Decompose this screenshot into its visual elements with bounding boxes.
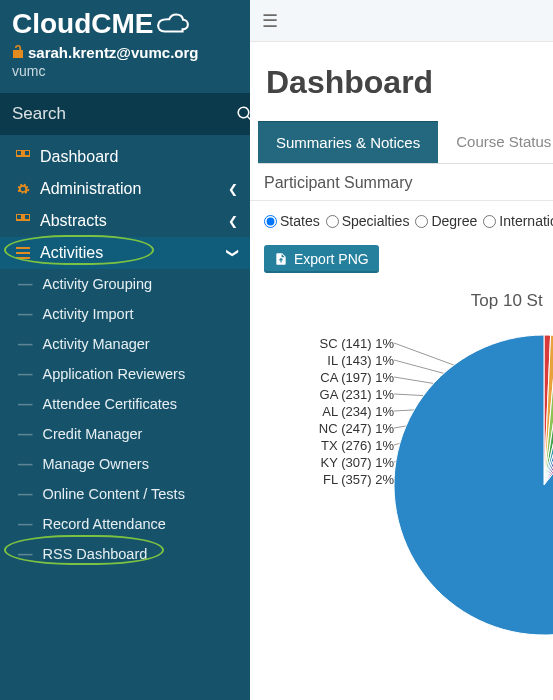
unlock-icon bbox=[12, 44, 24, 61]
sub-label: Record Attendance bbox=[43, 516, 166, 532]
label-nc: NC (247) 1% bbox=[274, 420, 394, 437]
nav-label: Administration bbox=[40, 180, 141, 198]
nav-item-activities[interactable]: Activities ❯ bbox=[0, 237, 250, 269]
search-row bbox=[0, 93, 250, 135]
sub-label: Attendee Certificates bbox=[43, 396, 178, 412]
sub-activity-import[interactable]: —Activity Import bbox=[0, 299, 250, 329]
export-label: Export PNG bbox=[294, 251, 369, 267]
chart-title: Top 10 St bbox=[434, 291, 553, 311]
topbar: ☰ bbox=[250, 0, 553, 42]
hamburger-icon[interactable]: ☰ bbox=[262, 10, 278, 32]
sub-label: Activity Manager bbox=[43, 336, 150, 352]
chart: Top 10 St SC (141) 1% IL (143) 1% CA (19… bbox=[264, 291, 553, 671]
label-sc: SC (141) 1% bbox=[314, 335, 394, 352]
label-tx: TX (276) 1% bbox=[269, 437, 394, 454]
export-png-button[interactable]: Export PNG bbox=[264, 245, 379, 273]
sub-record-attendance[interactable]: —Record Attendance bbox=[0, 509, 250, 539]
label-al: AL (234) 1% bbox=[280, 403, 394, 420]
search-input[interactable] bbox=[0, 94, 236, 134]
sub-activity-grouping[interactable]: —Activity Grouping bbox=[0, 269, 250, 299]
svg-rect-4 bbox=[16, 247, 30, 249]
sub-manage-owners[interactable]: —Manage Owners bbox=[0, 449, 250, 479]
nav-label: Abstracts bbox=[40, 212, 107, 230]
user-line[interactable]: sarah.krentz@vumc.org bbox=[0, 44, 250, 63]
tab-course-status[interactable]: Course Status bbox=[438, 121, 553, 163]
page-title: Dashboard bbox=[250, 42, 553, 121]
svg-rect-3 bbox=[24, 214, 30, 220]
brand-logo: CloudCME bbox=[0, 0, 250, 44]
svg-rect-6 bbox=[16, 257, 30, 259]
filter-radios: States Specialties Degree Internation bbox=[250, 201, 553, 241]
chevron-left-icon: ❮ bbox=[228, 214, 238, 228]
radio-international[interactable]: Internation bbox=[483, 213, 553, 229]
chevron-left-icon: ❮ bbox=[228, 182, 238, 196]
grid-icon bbox=[12, 214, 34, 228]
nav-label: Dashboard bbox=[40, 148, 118, 166]
nav-activities-submenu: —Activity Grouping —Activity Import —Act… bbox=[0, 269, 250, 569]
nav-item-administration[interactable]: Administration ❮ bbox=[0, 173, 250, 205]
chart-labels: SC (141) 1% IL (143) 1% CA (197) 1% GA (… bbox=[264, 335, 394, 488]
sub-activity-manager[interactable]: —Activity Manager bbox=[0, 329, 250, 359]
radio-specialties[interactable]: Specialties bbox=[326, 213, 410, 229]
user-org: vumc bbox=[0, 63, 250, 93]
sub-credit-manager[interactable]: —Credit Manager bbox=[0, 419, 250, 449]
tabs: Summaries & Notices Course Status bbox=[258, 121, 553, 164]
svg-rect-0 bbox=[16, 150, 22, 156]
sub-label: Online Content / Tests bbox=[43, 486, 185, 502]
sub-label: Credit Manager bbox=[43, 426, 143, 442]
nav-item-dashboard[interactable]: Dashboard bbox=[0, 141, 250, 173]
panel-title: Participant Summary bbox=[250, 164, 553, 201]
sub-label: Application Reviewers bbox=[43, 366, 186, 382]
label-ky: KY (307) 1% bbox=[265, 454, 394, 471]
sidebar: CloudCME sarah.krentz@vumc.org vumc Da bbox=[0, 0, 250, 700]
sub-label: Activity Grouping bbox=[43, 276, 153, 292]
user-email: sarah.krentz@vumc.org bbox=[28, 44, 199, 61]
grid-icon bbox=[12, 150, 34, 164]
label-fl: FL (357) 2% bbox=[262, 471, 394, 488]
sub-label: Manage Owners bbox=[43, 456, 149, 472]
radio-states[interactable]: States bbox=[264, 213, 320, 229]
sub-online-content-tests[interactable]: —Online Content / Tests bbox=[0, 479, 250, 509]
svg-rect-1 bbox=[24, 150, 30, 156]
sub-rss-dashboard[interactable]: —RSS Dashboard bbox=[0, 539, 250, 569]
export-icon bbox=[274, 252, 288, 266]
sub-label: RSS Dashboard bbox=[43, 546, 148, 562]
label-ca: CA (197) 1% bbox=[296, 369, 394, 386]
radio-degree[interactable]: Degree bbox=[415, 213, 477, 229]
chevron-down-icon: ❯ bbox=[226, 248, 240, 258]
sub-label: Activity Import bbox=[43, 306, 134, 322]
svg-rect-5 bbox=[16, 252, 30, 254]
nav: Dashboard Administration ❮ Abstracts ❮ bbox=[0, 135, 250, 569]
sub-attendee-certificates[interactable]: —Attendee Certificates bbox=[0, 389, 250, 419]
label-ga: GA (231) 1% bbox=[288, 386, 394, 403]
nav-item-abstracts[interactable]: Abstracts ❮ bbox=[0, 205, 250, 237]
gear-icon bbox=[12, 182, 34, 196]
main: ☰ Dashboard Summaries & Notices Course S… bbox=[250, 0, 553, 700]
pie-chart bbox=[394, 335, 553, 635]
cloud-icon bbox=[156, 12, 190, 36]
nav-label: Activities bbox=[40, 244, 103, 262]
svg-rect-2 bbox=[16, 214, 22, 220]
list-icon bbox=[12, 246, 34, 260]
label-il: IL (143) 1% bbox=[305, 352, 394, 369]
brand-name: CloudCME bbox=[12, 8, 154, 40]
tab-summaries-notices[interactable]: Summaries & Notices bbox=[258, 121, 438, 163]
sub-application-reviewers[interactable]: —Application Reviewers bbox=[0, 359, 250, 389]
